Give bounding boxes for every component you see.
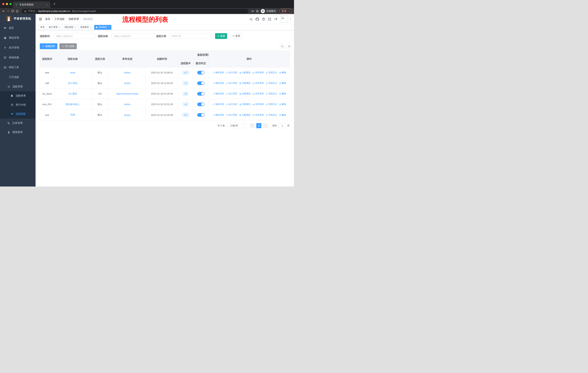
import-process-button[interactable]: 导入流程: [59, 43, 77, 49]
action-design[interactable]: 设计流程: [226, 71, 237, 74]
sidebar-item-4[interactable]: 研发工具: [0, 62, 36, 72]
action-design[interactable]: 设计流程: [226, 92, 237, 95]
sidebar-item-5[interactable]: 工作流程: [0, 72, 36, 82]
page-size-select[interactable]: 10条/页: [228, 123, 246, 128]
sidebar-item-11[interactable]: 请假查询: [0, 128, 36, 137]
breadcrumb-process-manage[interactable]: 流程管理: [69, 18, 79, 21]
activation-toggle[interactable]: [197, 81, 205, 85]
password-key-icon[interactable]: [251, 10, 254, 13]
address-bar[interactable]: 不安全 dashboard.yudao.iocoder.cn/bpm/manag…: [21, 9, 248, 13]
new-tab-button[interactable]: [53, 2, 56, 5]
model-name-link[interactable]: eeee: [70, 71, 75, 74]
hamburger-icon[interactable]: [39, 17, 42, 21]
tab-close-icon[interactable]: [46, 4, 48, 6]
form-info-link[interactable]: /bpm/oa/leave/create: [116, 92, 138, 95]
action-design[interactable]: 设计流程: [226, 103, 237, 106]
font-size-icon[interactable]: TT: [274, 18, 278, 21]
form-info-link[interactable]: biubiu: [124, 114, 130, 116]
sidebar-item-3[interactable]: 基础设施: [0, 53, 36, 62]
model-name-link[interactable]: OA 请假: [68, 92, 77, 95]
tab-tag-0[interactable]: 首页: [39, 25, 46, 30]
action-definition[interactable]: 流程定义: [266, 92, 277, 95]
activation-toggle[interactable]: [197, 113, 205, 117]
chevron-down-icon[interactable]: [289, 18, 292, 20]
action-design[interactable]: 设计流程: [226, 113, 237, 117]
action-delete[interactable]: 删除: [279, 113, 286, 117]
fullscreen-icon[interactable]: [268, 18, 271, 21]
breadcrumb-home[interactable]: 首页: [45, 18, 50, 21]
action-definition[interactable]: 流程定义: [266, 113, 277, 117]
help-icon[interactable]: [262, 18, 265, 21]
tab-tag-1[interactable]: 租户管理: [47, 25, 62, 30]
model-name-link[interactable]: 测试多审批人: [66, 103, 80, 106]
action-delete[interactable]: 删除: [279, 103, 286, 106]
app-logo[interactable]: 芋道管理系统: [0, 14, 36, 23]
sidebar-item-2[interactable]: ¥支付管理: [0, 43, 36, 53]
github-icon[interactable]: [256, 18, 259, 21]
browser-tab[interactable]: 芋道管理系统: [13, 1, 50, 8]
refresh-table-button[interactable]: [286, 44, 292, 49]
window-minimize-button[interactable]: [6, 3, 8, 5]
action-edit[interactable]: 修改流程: [212, 92, 224, 95]
model-name-link[interactable]: 自己审批: [68, 81, 77, 85]
action-delete[interactable]: 删除: [279, 81, 286, 85]
action-publish[interactable]: 发布流程: [252, 103, 264, 106]
form-info-link[interactable]: biubiu: [124, 103, 130, 106]
action-definition[interactable]: 流程定义: [266, 103, 277, 106]
activation-toggle[interactable]: [197, 71, 205, 74]
forward-button[interactable]: [6, 10, 10, 13]
action-assign[interactable]: 分配规则: [239, 103, 251, 106]
action-assign[interactable]: 分配规则: [239, 81, 251, 85]
action-definition[interactable]: 流程定义: [266, 71, 277, 74]
filter-category-select[interactable]: 流程分类: [169, 33, 211, 39]
model-name-link[interactable]: 滔博: [70, 113, 75, 117]
sidebar-item-6[interactable]: 流程管理: [0, 82, 36, 91]
form-info-link[interactable]: biubiu: [124, 71, 130, 74]
breadcrumb-workflow[interactable]: 工作流程: [54, 18, 64, 21]
reload-button[interactable]: [11, 10, 14, 13]
action-publish[interactable]: 发布流程: [252, 113, 264, 117]
tag-close-icon[interactable]: [59, 26, 60, 28]
action-edit[interactable]: 修改流程: [212, 103, 224, 106]
window-close-button[interactable]: [2, 3, 4, 5]
tab-tag-2[interactable]: 我的流程: [63, 25, 78, 30]
goto-page-input[interactable]: [279, 123, 286, 128]
sidebar-item-8[interactable]: 用户分组: [0, 100, 36, 110]
action-assign[interactable]: 分配规则: [239, 113, 251, 117]
reset-button[interactable]: 重置: [230, 33, 242, 39]
tab-tag-3[interactable]: 流程表单: [79, 25, 93, 30]
security-warning-icon[interactable]: [24, 10, 27, 12]
update-button[interactable]: 更新: [279, 9, 292, 14]
search-button[interactable]: 搜索: [215, 33, 227, 39]
toggle-search-button[interactable]: [280, 44, 285, 49]
tag-close-icon[interactable]: [108, 26, 110, 28]
sidebar-item-10[interactable]: 任务管理: [0, 119, 36, 128]
action-edit[interactable]: 修改流程: [212, 81, 224, 85]
create-process-button[interactable]: 新建流程: [40, 43, 57, 49]
prev-page-button[interactable]: [250, 123, 255, 128]
avatar[interactable]: [281, 15, 288, 23]
action-assign[interactable]: 分配规则: [239, 71, 251, 74]
sidebar-item-9[interactable]: 流程模型: [0, 110, 36, 119]
action-assign[interactable]: 分配规则: [239, 92, 251, 95]
header-search-icon[interactable]: [249, 18, 253, 21]
tag-close-icon[interactable]: [74, 26, 76, 28]
sidebar-item-0[interactable]: 首页: [0, 23, 36, 33]
sidebar-item-1[interactable]: 系统管理: [0, 33, 36, 43]
activation-toggle[interactable]: [197, 92, 205, 96]
action-delete[interactable]: 删除: [279, 92, 286, 95]
home-button[interactable]: [15, 10, 19, 13]
action-publish[interactable]: 发布流程: [252, 81, 264, 85]
sidebar-item-7[interactable]: 流程表单: [0, 91, 36, 100]
action-edit[interactable]: 修改流程: [212, 113, 224, 117]
action-design[interactable]: 设计流程: [226, 81, 237, 85]
tab-tag-4[interactable]: 流程模型: [94, 25, 111, 30]
filter-key-input[interactable]: [54, 33, 95, 39]
next-page-button[interactable]: [263, 123, 268, 128]
filter-name-input[interactable]: [112, 33, 155, 39]
browser-menu-icon[interactable]: [288, 10, 290, 12]
action-edit[interactable]: 修改流程: [212, 71, 224, 74]
form-info-link[interactable]: biubiu: [124, 82, 130, 84]
back-button[interactable]: [2, 10, 5, 13]
action-publish[interactable]: 发布流程: [252, 92, 264, 95]
